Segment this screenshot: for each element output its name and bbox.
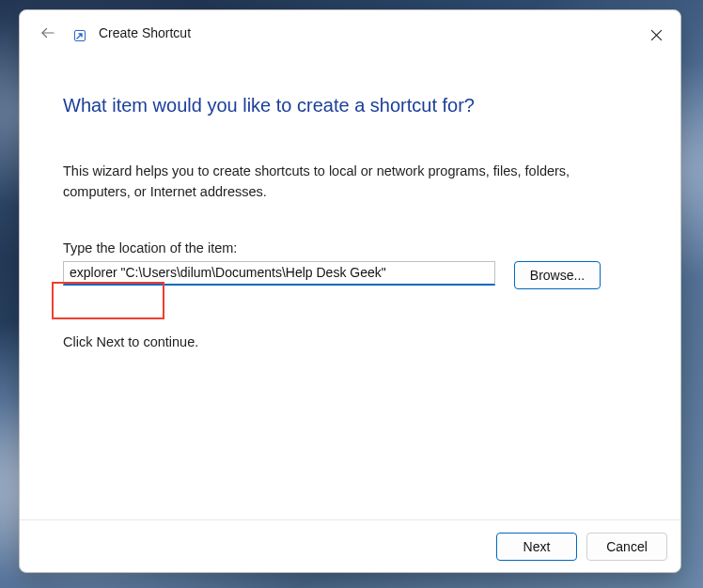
wizard-description: This wizard helps you to create shortcut… [63,162,617,203]
create-shortcut-dialog: Create Shortcut What item would you like… [19,9,681,573]
location-label: Type the location of the item: [63,240,637,255]
continue-hint: Click Next to continue. [63,334,637,349]
browse-button[interactable]: Browse... [514,261,601,289]
location-input[interactable] [63,261,495,286]
arrow-left-icon [39,24,56,41]
close-icon [650,29,663,41]
window-title: Create Shortcut [99,25,191,40]
dialog-footer: Next Cancel [20,519,680,572]
location-row: Browse... [63,261,637,289]
titlebar: Create Shortcut [20,10,680,55]
dialog-body: What item would you like to create a sho… [20,55,680,519]
cancel-button[interactable]: Cancel [586,533,667,561]
shortcut-icon [74,24,91,41]
page-heading: What item would you like to create a sho… [63,95,637,116]
close-button[interactable] [637,22,675,48]
next-button[interactable]: Next [496,533,577,561]
back-button[interactable] [33,18,63,48]
